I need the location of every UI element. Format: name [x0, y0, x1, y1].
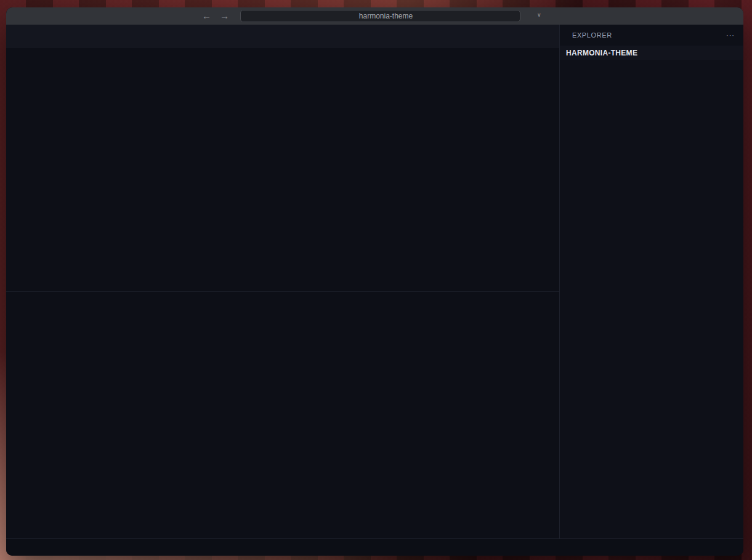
- close-window-button[interactable]: [14, 12, 22, 20]
- status-bar: [6, 538, 743, 556]
- zoom-window-button[interactable]: [39, 12, 46, 20]
- minimize-window-button[interactable]: [26, 12, 34, 20]
- overview-ruler[interactable]: [555, 62, 559, 291]
- history-back-button[interactable]: ←: [202, 10, 211, 22]
- editor-tab-bar: [6, 25, 559, 48]
- workspace-section-header[interactable]: HARMONIA-THEME: [560, 46, 743, 60]
- explorer-more-actions-icon[interactable]: ···: [726, 31, 735, 39]
- breadcrumb: [6, 48, 559, 62]
- titlebar: ← → harmonia-theme ∨: [6, 7, 743, 25]
- command-center-search[interactable]: harmonia-theme: [240, 10, 520, 22]
- window-controls: [14, 12, 46, 20]
- search-icon: [348, 12, 355, 20]
- workspace-name: HARMONIA-THEME: [566, 49, 637, 57]
- vscode-window: ← → harmonia-theme ∨: [6, 7, 743, 556]
- layout-icon: [527, 10, 536, 19]
- panel-tab-bar: [6, 291, 559, 310]
- search-text: harmonia-theme: [359, 12, 413, 20]
- terminal[interactable]: [6, 310, 559, 538]
- layout-dropdown-button[interactable]: ∨: [527, 10, 541, 19]
- history-forward-button[interactable]: →: [220, 10, 229, 22]
- explorer-title: EXPLORER: [572, 31, 612, 39]
- code-editor[interactable]: [6, 62, 559, 291]
- explorer-sidebar: EXPLORER ··· HARMONIA-THEME: [559, 25, 743, 538]
